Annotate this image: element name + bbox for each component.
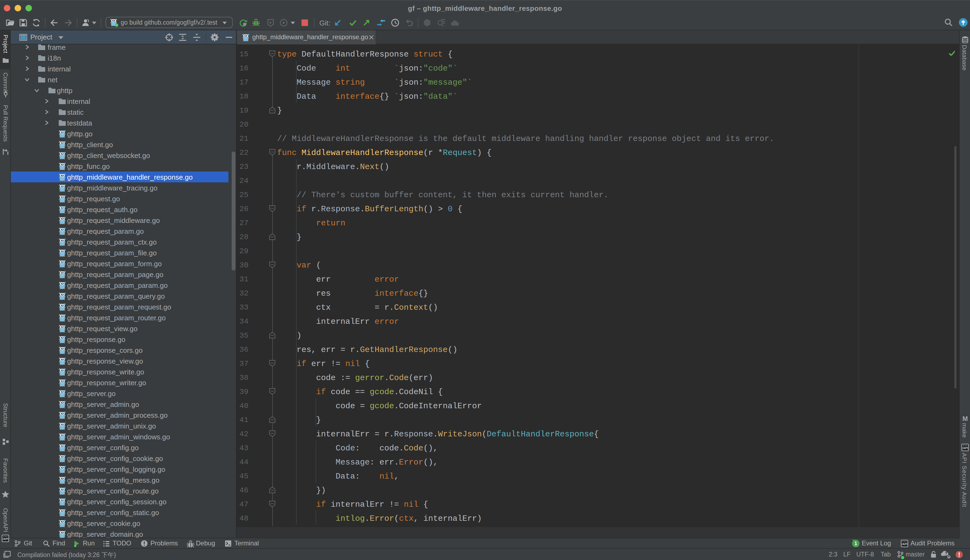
- svg-text:1: 1: [855, 541, 857, 546]
- svg-text:M: M: [962, 415, 968, 422]
- svg-text:/API: /API: [962, 447, 968, 450]
- svg-text:/API: /API: [3, 537, 8, 540]
- svg-text:?: ?: [945, 551, 947, 556]
- svg-text:/API: /API: [902, 542, 908, 546]
